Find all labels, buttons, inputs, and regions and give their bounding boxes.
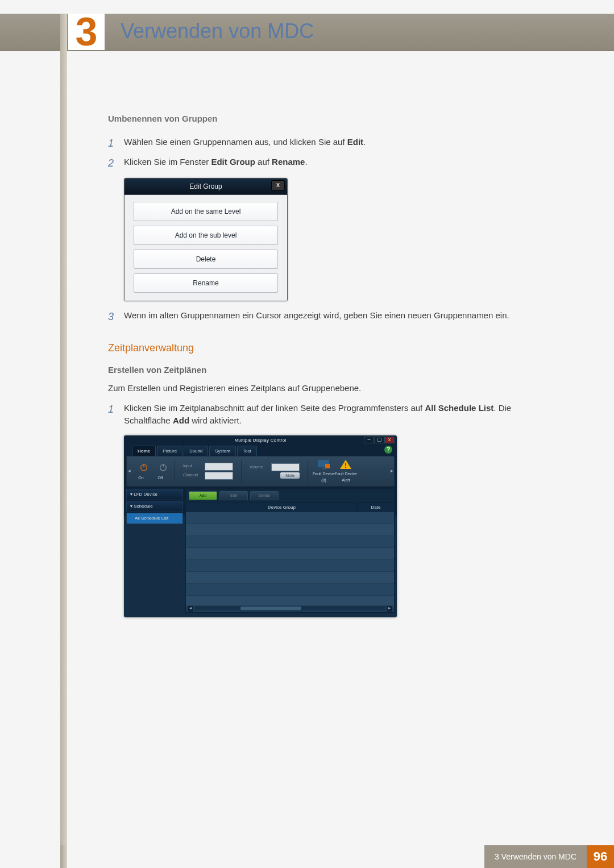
- section-heading-zeitplan: Zeitplanverwaltung: [108, 340, 557, 356]
- close-button[interactable]: x: [384, 437, 395, 443]
- footer-page-number: 96: [587, 845, 614, 868]
- section-heading-umbenennen: Umbenennen von Gruppen: [108, 113, 557, 126]
- step-1: 1 Wählen Sie einen Gruppennamen aus, und…: [108, 136, 557, 151]
- subsection-heading: Erstellen von Zeitplänen: [108, 364, 557, 377]
- alert-icon: [339, 459, 352, 470]
- power-on-icon: [137, 460, 151, 474]
- tree-panel: ▾ LFD Device ▾ Schedule All Schedule Lis…: [126, 489, 183, 614]
- tab-sound[interactable]: Sound: [184, 446, 208, 457]
- input-dropdown[interactable]: [205, 463, 233, 471]
- delete-button[interactable]: Delete: [250, 491, 279, 500]
- tab-system[interactable]: System: [209, 446, 236, 457]
- channel-spinner[interactable]: [205, 472, 233, 480]
- left-rail: [60, 14, 67, 854]
- add-button[interactable]: Add: [189, 491, 217, 500]
- chapter-number-box: 3: [68, 14, 105, 50]
- channel-label: Channel: [183, 472, 204, 479]
- tab-picture[interactable]: Picture: [157, 446, 182, 457]
- edit-group-dialog: Edit Group x Add on the same Level Add o…: [124, 178, 288, 301]
- tree-all-schedule-list[interactable]: All Schedule List: [126, 513, 183, 524]
- menu-tabs: Home Picture Sound System Tool: [132, 446, 257, 457]
- table-row[interactable]: [186, 524, 394, 536]
- fault-device-alert[interactable]: Fault Device Alert: [335, 459, 357, 483]
- chapter-number: 3: [76, 12, 98, 52]
- power-off[interactable]: Off: [151, 460, 170, 481]
- mute-button[interactable]: Mute: [280, 472, 300, 479]
- volume-label: Volume: [250, 464, 270, 471]
- mdc-app-window: Multiple Display Control – ▢ x ? Home Pi…: [124, 435, 397, 617]
- minimize-button[interactable]: –: [364, 437, 374, 443]
- step-number: 1: [108, 402, 124, 427]
- grid-header-device-group: Device Group: [206, 502, 357, 513]
- option-add-sub-level[interactable]: Add on the sub level: [134, 226, 278, 245]
- option-add-same-level[interactable]: Add on the same Level: [134, 202, 278, 221]
- step-2: 2 Klicken Sie im Fenster Edit Group auf …: [108, 156, 557, 171]
- step-1b: 1 Klicken Sie im Zeitplanabschnitt auf d…: [108, 402, 557, 427]
- dialog-title: Edit Group: [189, 182, 222, 190]
- svg-rect-5: [322, 468, 325, 469]
- svg-rect-6: [325, 464, 330, 468]
- svg-rect-9: [345, 467, 346, 468]
- page-footer: 3 Verwenden von MDC 96: [60, 845, 614, 868]
- input-channel-group: Input Channel: [180, 462, 237, 481]
- intro-text: Zum Erstellen und Registrieren eines Zei…: [108, 382, 557, 395]
- step-3: 3 Wenn im alten Gruppennamen ein Cursor …: [108, 309, 557, 325]
- fault-device[interactable]: Fault Device (0): [313, 459, 335, 483]
- maximize-button[interactable]: ▢: [374, 437, 384, 443]
- table-row[interactable]: [186, 548, 394, 560]
- grid-rows: [186, 512, 394, 604]
- tree-lfd-device[interactable]: ▾ LFD Device: [126, 489, 183, 500]
- option-delete[interactable]: Delete: [134, 250, 278, 269]
- step-number: 2: [108, 156, 124, 171]
- step-text: Wählen Sie einen Gruppennamen aus, und k…: [124, 136, 557, 151]
- table-row[interactable]: [186, 572, 394, 584]
- scroll-thumb[interactable]: [240, 607, 302, 610]
- horizontal-scrollbar[interactable]: ◂ ▸: [187, 605, 393, 611]
- volume-field[interactable]: [271, 463, 300, 471]
- ribbon-scroll-left[interactable]: ◂: [127, 456, 131, 486]
- dialog-titlebar: Edit Group x: [125, 178, 287, 195]
- separator: [241, 460, 242, 483]
- table-row[interactable]: [186, 584, 394, 596]
- separator: [308, 460, 308, 483]
- ribbon: ◂ On Off Input Channel Volume M: [126, 456, 395, 487]
- close-icon[interactable]: x: [271, 180, 285, 190]
- grid-toolbar: Add Edit Delete: [186, 489, 394, 502]
- edit-button[interactable]: Edit: [219, 491, 248, 500]
- table-row[interactable]: [186, 536, 394, 548]
- volume-group: Volume Mute: [246, 462, 303, 480]
- step-number: 3: [108, 309, 124, 325]
- grid-header-date: Date: [357, 502, 394, 513]
- svg-rect-8: [345, 463, 346, 466]
- tab-tool[interactable]: Tool: [237, 446, 257, 457]
- step-number: 1: [108, 136, 124, 151]
- scroll-right-icon[interactable]: ▸: [386, 605, 393, 612]
- power-on[interactable]: On: [131, 460, 151, 481]
- window-title: Multiple Display Control: [124, 437, 397, 444]
- window-controls: – ▢ x: [364, 437, 395, 443]
- footer-chapter-label: 3 Verwenden von MDC: [484, 845, 587, 868]
- option-rename[interactable]: Rename: [134, 273, 278, 293]
- tab-home[interactable]: Home: [132, 446, 156, 457]
- scroll-left-icon[interactable]: ◂: [187, 605, 194, 612]
- grid-header-blank: [186, 502, 206, 513]
- page-body: Umbenennen von Gruppen 1 Wählen Sie eine…: [108, 113, 557, 617]
- schedule-grid: Add Edit Delete Device Group Date ◂: [185, 489, 395, 613]
- scroll-track[interactable]: [194, 605, 386, 611]
- step-text: Klicken Sie im Fenster Edit Group auf Re…: [124, 156, 557, 171]
- step-text: Klicken Sie im Zeitplanabschnitt auf der…: [124, 402, 557, 427]
- table-row[interactable]: [186, 560, 394, 572]
- tree-schedule[interactable]: ▾ Schedule: [126, 501, 183, 512]
- chapter-title: Verwenden von MDC: [121, 19, 314, 43]
- help-icon[interactable]: ?: [384, 446, 392, 454]
- separator: [175, 460, 175, 483]
- ribbon-scroll-right[interactable]: ▸: [389, 456, 394, 486]
- power-off-icon: [156, 460, 170, 474]
- monitor-icon: [317, 459, 330, 470]
- input-label: Input: [183, 463, 204, 470]
- dialog-body: Add on the same Level Add on the sub lev…: [125, 195, 287, 301]
- step-text: Wenn im alten Gruppennamen ein Cursor an…: [124, 309, 557, 325]
- table-row[interactable]: [186, 512, 394, 524]
